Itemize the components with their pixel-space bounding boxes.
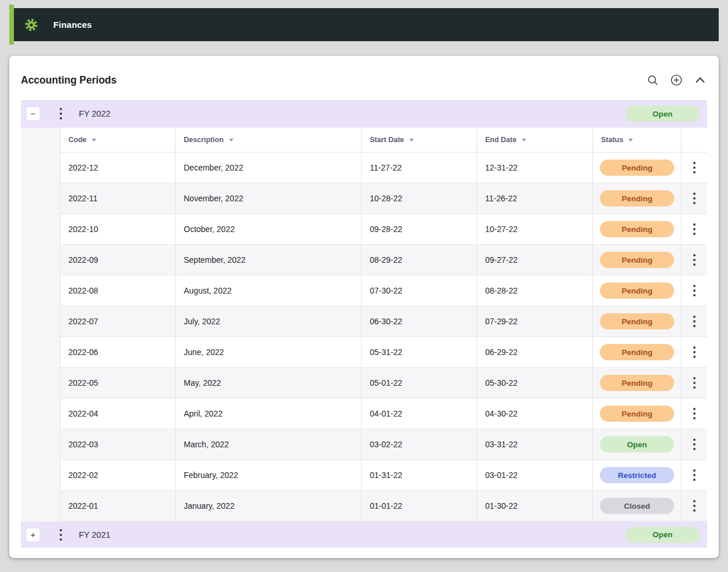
group-indent (21, 128, 60, 522)
table-row: 2022-08 August, 2022 07-30-22 08-28-22 P… (60, 276, 707, 306)
cell-end-date: 12-31-22 (477, 153, 593, 183)
column-header-status[interactable]: Status (593, 128, 682, 152)
accounting-periods-table: Code Description Start Date End Date Sta… (60, 128, 707, 522)
column-header-code[interactable]: Code (60, 128, 176, 152)
app-header: Finances (9, 5, 719, 45)
cell-status: Closed (593, 491, 682, 521)
cell-row-menu (682, 368, 707, 398)
cell-row-menu (682, 460, 707, 490)
cell-code: 2022-10 (60, 214, 176, 244)
cell-description: October, 2022 (176, 214, 362, 244)
cell-start-date: 06-30-22 (362, 306, 477, 336)
cell-end-date: 07-29-22 (477, 306, 593, 336)
accounting-periods-panel: Accounting Periods − FY 2022 Open Code D… (9, 56, 719, 558)
row-kebab-icon[interactable] (693, 469, 696, 481)
table-header-row: Code Description Start Date End Date Sta… (60, 128, 707, 153)
cell-description: April, 2022 (176, 399, 362, 429)
cell-status: Pending (593, 399, 682, 429)
row-kebab-icon[interactable] (693, 500, 696, 512)
table-row: 2022-10 October, 2022 09-28-22 10-27-22 … (60, 214, 707, 245)
page-title: Accounting Periods (21, 74, 117, 86)
table-row: 2022-02 February, 2022 01-31-22 03-01-22… (60, 460, 707, 491)
cell-end-date: 09-27-22 (477, 245, 593, 275)
sort-caret-icon (522, 139, 526, 142)
cell-description: December, 2022 (176, 153, 362, 183)
column-header-description[interactable]: Description (176, 128, 362, 152)
table-row: 2022-04 April, 2022 04-01-22 04-30-22 Pe… (60, 399, 707, 429)
table-row: 2022-07 July, 2022 06-30-22 07-29-22 Pen… (60, 306, 707, 337)
status-badge: Pending (600, 406, 674, 422)
cell-start-date: 05-01-22 (362, 368, 477, 398)
header-bar: Finances (14, 8, 719, 41)
status-badge: Restricted (600, 467, 674, 483)
group-label: FY 2021 (79, 530, 111, 540)
add-icon[interactable] (671, 74, 682, 86)
cell-end-date: 11-26-22 (477, 183, 593, 213)
header-accent-bar (9, 5, 14, 45)
cell-status: Pending (593, 214, 682, 244)
collapse-group-button[interactable]: − (27, 107, 39, 120)
row-kebab-icon[interactable] (693, 285, 696, 296)
table-row: 2022-01 January, 2022 01-01-22 01-30-22 … (60, 491, 707, 522)
cell-code: 2022-07 (60, 306, 176, 336)
row-kebab-icon[interactable] (693, 377, 696, 389)
status-badge: Open (600, 436, 674, 452)
cell-end-date: 01-30-22 (477, 491, 593, 521)
cell-description: February, 2022 (176, 460, 362, 490)
status-badge: Pending (600, 221, 674, 237)
panel-header: Accounting Periods (21, 56, 707, 100)
cell-description: August, 2022 (176, 276, 362, 306)
row-kebab-icon[interactable] (693, 316, 696, 327)
row-kebab-icon[interactable] (693, 439, 696, 450)
chevron-up-icon[interactable] (694, 74, 706, 86)
cell-end-date: 06-29-22 (477, 337, 593, 367)
search-icon[interactable] (647, 74, 658, 86)
row-kebab-icon[interactable] (693, 408, 696, 419)
cell-start-date: 01-31-22 (362, 460, 477, 490)
row-kebab-icon[interactable] (693, 346, 696, 358)
cell-description: May, 2022 (176, 368, 362, 398)
cell-end-date: 10-27-22 (477, 214, 593, 244)
row-kebab-icon[interactable] (693, 162, 696, 173)
cell-code: 2022-03 (60, 429, 176, 459)
status-badge: Pending (600, 344, 674, 360)
cell-end-date: 05-30-22 (477, 368, 593, 398)
status-badge: Pending (600, 190, 674, 207)
group-menu-kebab-icon[interactable] (60, 529, 62, 541)
table-row: 2022-12 December, 2022 11-27-22 12-31-22… (60, 153, 707, 183)
cell-status: Pending (593, 337, 682, 367)
cell-row-menu (682, 306, 707, 336)
group-status-badge: Open (625, 527, 700, 543)
cell-code: 2022-12 (60, 153, 176, 183)
column-header-end-date[interactable]: End Date (477, 128, 593, 152)
row-kebab-icon[interactable] (693, 193, 696, 204)
cell-code: 2022-01 (60, 491, 176, 521)
cell-end-date: 03-31-22 (477, 429, 593, 459)
expand-group-button[interactable]: + (27, 528, 39, 541)
cell-row-menu (682, 183, 707, 213)
row-kebab-icon[interactable] (693, 223, 696, 235)
cell-row-menu (682, 245, 707, 275)
cell-row-menu (682, 214, 707, 244)
status-badge: Pending (600, 160, 674, 176)
cell-code: 2022-02 (60, 460, 176, 490)
cell-status: Pending (593, 276, 682, 306)
table-row: 2022-03 March, 2022 03-02-22 03-31-22 Op… (60, 429, 707, 460)
cell-row-menu (682, 337, 707, 367)
sort-caret-icon (628, 139, 633, 142)
group-menu-kebab-icon[interactable] (60, 108, 62, 120)
cell-status: Pending (593, 153, 682, 183)
column-header-start-date[interactable]: Start Date (362, 128, 477, 152)
group-label: FY 2022 (79, 109, 111, 118)
sort-caret-icon (229, 139, 234, 142)
cell-row-menu (682, 153, 707, 183)
cell-start-date: 03-02-22 (362, 429, 477, 459)
table-row: 2022-05 May, 2022 05-01-22 05-30-22 Pend… (60, 368, 707, 399)
cell-row-menu (682, 276, 707, 306)
status-badge: Pending (600, 375, 674, 391)
row-kebab-icon[interactable] (693, 254, 696, 266)
group-header-fy2022: − FY 2022 Open (21, 100, 707, 128)
cell-description: June, 2022 (176, 337, 362, 367)
status-badge: Pending (600, 313, 674, 330)
cell-status: Pending (593, 368, 682, 398)
